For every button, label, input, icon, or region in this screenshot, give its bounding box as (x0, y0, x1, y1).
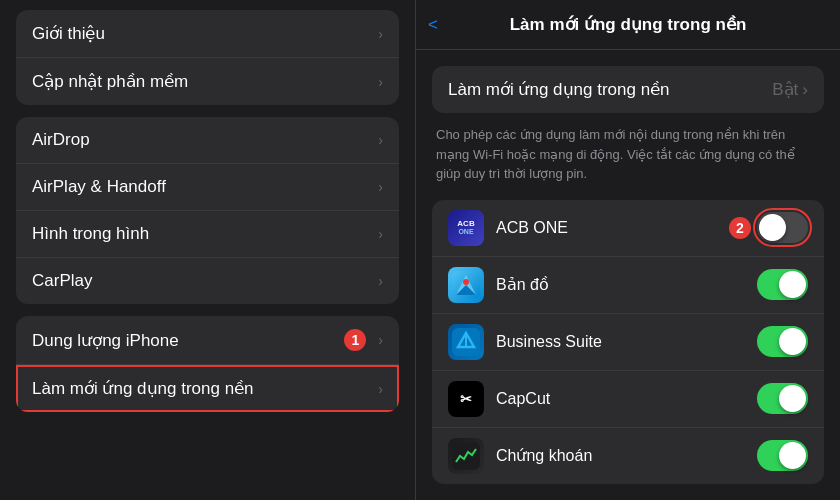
chevron-icon: › (378, 332, 383, 348)
app-item-acb-one: ACB ONE ACB ONE 2 (432, 200, 824, 257)
setting-value-text: Bật (772, 79, 798, 100)
app-item-ban-do: Bản đồ (432, 257, 824, 314)
app-icon-acb-one: ACB ONE (448, 210, 484, 246)
toggle-ban-do[interactable] (757, 269, 808, 300)
item-label-carplay: CarPlay (32, 271, 370, 291)
settings-group-2: AirDrop › AirPlay & Handoff › Hình trong… (16, 117, 399, 304)
app-left-business-suite: Business Suite (448, 324, 602, 360)
app-left-ban-do: Bản đồ (448, 267, 549, 303)
app-list: ACB ONE ACB ONE 2 (432, 200, 824, 484)
description-text: Cho phép các ứng dụng làm mới nội dung t… (432, 125, 824, 184)
toggle-chung-khoan[interactable] (757, 440, 808, 471)
svg-point-3 (463, 279, 469, 285)
app-name-business-suite: Business Suite (496, 333, 602, 351)
badge-2: 2 (729, 217, 751, 239)
badge-1: 1 (344, 329, 366, 351)
app-icon-capcut: ✂ (448, 381, 484, 417)
right-panel: < Làm mới ứng dụng trong nền Làm mới ứng… (415, 0, 840, 500)
chevron-icon: › (378, 179, 383, 195)
sidebar-item-airplay[interactable]: AirPlay & Handoff › (16, 164, 399, 211)
app-name-ban-do: Bản đồ (496, 275, 549, 294)
app-name-capcut: CapCut (496, 390, 550, 408)
app-item-business-suite: Business Suite (432, 314, 824, 371)
app-left-capcut: ✂ CapCut (448, 381, 550, 417)
app-name-chung-khoan: Chứng khoán (496, 446, 592, 465)
settings-group-3: Dung lượng iPhone 1 › Làm mới ứng dụng t… (16, 316, 399, 412)
sidebar-item-gioi-thieu[interactable]: Giới thiệu › (16, 10, 399, 58)
app-icon-ban-do (448, 267, 484, 303)
nav-header: < Làm mới ứng dụng trong nền (416, 0, 840, 50)
app-icon-chung-khoan (448, 438, 484, 474)
chevron-icon: › (378, 74, 383, 90)
item-label-lam-moi: Làm mới ứng dụng trong nền (32, 378, 370, 399)
back-chevron-icon: < (428, 15, 438, 35)
setting-chevron-icon: › (802, 80, 808, 100)
left-panel: Giới thiệu › Cập nhật phần mềm › AirDrop… (0, 0, 415, 500)
app-left-acb-one: ACB ONE ACB ONE (448, 210, 568, 246)
back-button[interactable]: < (428, 15, 438, 35)
toggle-business-suite[interactable] (757, 326, 808, 357)
chevron-icon: › (378, 381, 383, 397)
nav-title: Làm mới ứng dụng trong nền (510, 14, 747, 35)
sidebar-item-lam-moi[interactable]: Làm mới ứng dụng trong nền › (16, 365, 399, 412)
toggle-capcut[interactable] (757, 383, 808, 414)
acb-toggle-area: 2 (721, 212, 808, 243)
app-icon-business-suite (448, 324, 484, 360)
app-item-chung-khoan: Chứng khoán (432, 428, 824, 484)
item-label-airdrop: AirDrop (32, 130, 370, 150)
toggle-thumb-acb-one (759, 214, 786, 241)
item-label-dung-luong: Dung lượng iPhone (32, 330, 336, 351)
toggle-thumb-chung-khoan (779, 442, 806, 469)
item-label-airplay: AirPlay & Handoff (32, 177, 370, 197)
sidebar-item-carplay[interactable]: CarPlay › (16, 258, 399, 304)
main-setting-row: Làm mới ứng dụng trong nền Bật › (432, 66, 824, 113)
sidebar-item-hinh-trong-hinh[interactable]: Hình trong hình › (16, 211, 399, 258)
svg-text:✂: ✂ (460, 391, 472, 407)
right-content: Làm mới ứng dụng trong nền Bật › Cho phé… (416, 50, 840, 500)
app-name-acb-one: ACB ONE (496, 219, 568, 237)
item-label-cap-nhat: Cập nhật phần mềm (32, 71, 370, 92)
item-label-hinh-trong-hinh: Hình trong hình (32, 224, 370, 244)
app-item-capcut: ✂ CapCut (432, 371, 824, 428)
toggle-acb-one[interactable] (757, 212, 808, 243)
app-left-chung-khoan: Chứng khoán (448, 438, 592, 474)
main-setting-label: Làm mới ứng dụng trong nền (448, 79, 670, 100)
chevron-icon: › (378, 226, 383, 242)
toggle-thumb-capcut (779, 385, 806, 412)
chevron-icon: › (378, 132, 383, 148)
sidebar-item-dung-luong[interactable]: Dung lượng iPhone 1 › (16, 316, 399, 365)
item-label-gioi-thieu: Giới thiệu (32, 23, 370, 44)
sidebar-item-airdrop[interactable]: AirDrop › (16, 117, 399, 164)
settings-group-1: Giới thiệu › Cập nhật phần mềm › (16, 10, 399, 105)
main-setting-value[interactable]: Bật › (772, 79, 808, 100)
toggle-thumb-ban-do (779, 271, 806, 298)
chevron-icon: › (378, 273, 383, 289)
chevron-icon: › (378, 26, 383, 42)
toggle-thumb-business-suite (779, 328, 806, 355)
sidebar-item-cap-nhat[interactable]: Cập nhật phần mềm › (16, 58, 399, 105)
